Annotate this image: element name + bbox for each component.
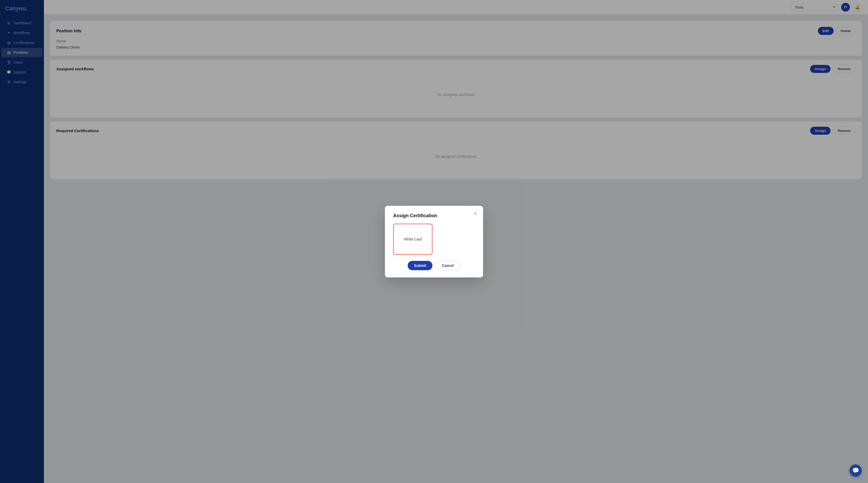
modal-close-button[interactable]: × xyxy=(472,210,479,217)
modal-title: Assign Certification xyxy=(393,213,475,219)
cancel-button[interactable]: Cancel xyxy=(436,261,460,270)
modal-overlay[interactable]: × Assign Certification White Card Submit… xyxy=(0,0,868,483)
chat-bubble-button[interactable]: 💬 xyxy=(849,464,862,477)
submit-button[interactable]: Submit xyxy=(408,261,432,270)
cert-card-label-white-card: White Card xyxy=(404,237,422,241)
assign-certification-modal: × Assign Certification White Card Submit… xyxy=(385,206,483,278)
chat-bubble-icon: 💬 xyxy=(852,467,859,474)
cert-card-white-card[interactable]: White Card xyxy=(393,224,432,255)
modal-actions: Submit Cancel xyxy=(393,261,475,270)
certification-grid: White Card xyxy=(393,224,475,255)
